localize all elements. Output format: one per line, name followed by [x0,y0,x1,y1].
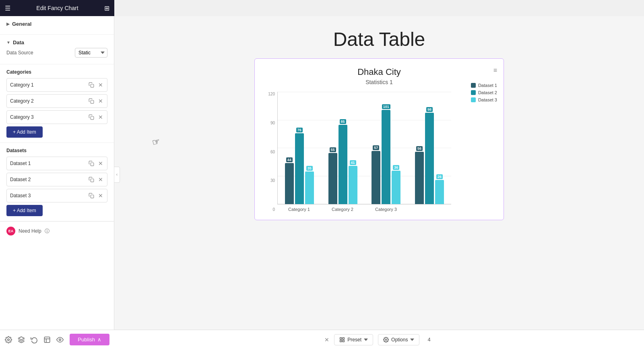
bar-cat4-ds2: 98 [425,113,434,204]
x-label-4 [408,204,451,212]
topbar-title: Edit Fancy Chart [36,5,78,11]
sidebar: ▶ General ▼ Data Data Source Static Dyna… [0,16,114,349]
preview-button[interactable] [56,336,64,343]
data-source-select[interactable]: Static Dynamic [75,48,107,58]
bar-value-cat2-ds3: 41 [350,160,356,165]
category-1-delete-button[interactable]: ✕ [97,81,104,89]
preset-button[interactable]: Preset [334,334,373,345]
dataset-item-1: Dataset 1 ✕ [6,157,107,170]
bar-value-cat1-ds3: 35 [306,166,313,171]
bar-cat3-ds1: 57 [372,151,380,204]
categories-add-item-button[interactable]: + Add Item [6,126,43,138]
general-section-header[interactable]: ▶ General [6,21,107,27]
dataset-3-actions: ✕ [88,192,104,200]
page-title: Data Table [114,16,644,58]
bar-cat3-ds3: 36 [392,171,400,204]
menu-icon[interactable]: ☰ [5,4,10,12]
category-group-2: 55 85 41 [321,125,365,204]
bar-value-cat2-ds2: 85 [340,119,346,124]
close-button[interactable]: ✕ [324,337,329,343]
category-3-delete-button[interactable]: ✕ [97,113,104,121]
dataset-3-delete-button[interactable]: ✕ [97,192,104,200]
category-2-actions: ✕ [88,97,104,105]
layout-button[interactable] [43,336,51,343]
help-avatar: EA [6,227,15,235]
chart-title: Dhaka City [263,67,495,77]
svg-rect-12 [343,340,345,342]
toolbar-icons [5,336,64,343]
bar-rect-cat2-ds1 [328,153,337,204]
bar-value-cat4-ds1: 56 [416,146,423,151]
bottom-toolbar: Publish ∧ [0,330,114,349]
dataset-item-2: Dataset 2 ✕ [6,173,107,186]
svg-rect-8 [44,337,50,343]
bar-chart-area: 44 76 35 [277,92,451,204]
bar-rect-cat1-ds3 [305,171,314,204]
bar-rect-cat4-ds1 [415,152,424,204]
category-item-1: Category 1 ✕ [6,78,107,92]
dataset-1-copy-button[interactable] [88,160,95,167]
y-label-120: 120 [263,92,275,96]
bar-value-cat4-ds2: 98 [426,107,433,112]
category-3-actions: ✕ [88,113,104,121]
data-section-header[interactable]: ▼ Data [6,39,107,45]
categories-section: Categories Category 1 ✕ Category 2 [0,64,114,143]
datasets-add-item-button[interactable]: + Add Item [6,205,43,216]
dataset-2-delete-button[interactable]: ✕ [97,176,104,184]
dataset-3-copy-button[interactable] [88,192,95,199]
svg-rect-10 [340,337,342,339]
topbar: ☰ Edit Fancy Chart ⊞ [0,0,114,16]
chart-box: Dhaka City Statistics 1 ≡ Dataset 1 Data… [254,58,504,220]
bar-cat3-ds2: 101 [382,110,390,204]
layers-button[interactable] [18,336,25,343]
category-3-copy-button[interactable] [88,114,95,121]
dataset-2-copy-button[interactable] [88,176,95,183]
bar-value-cat4-ds3: 26 [436,174,443,179]
chart-container: Dhaka City Statistics 1 ≡ Dataset 1 Data… [114,58,644,330]
category-1-actions: ✕ [88,81,104,89]
data-source-row: Data Source Static Dynamic [6,48,107,58]
svg-rect-5 [91,195,94,198]
category-2-copy-button[interactable] [88,97,95,105]
settings-button[interactable] [5,336,12,343]
legend-dot-1 [471,83,476,88]
chart-menu-icon[interactable]: ≡ [493,67,497,74]
category-1-copy-button[interactable] [88,81,95,89]
category-1-label: Category 1 [10,82,88,88]
datasets-label: Datasets [6,148,107,153]
data-arrow-icon: ▼ [6,40,10,45]
main-content: Data Table Dhaka City Statistics 1 ≡ Dat… [114,16,644,349]
legend-item-1: Dataset 1 [471,83,497,88]
svg-rect-0 [91,84,94,87]
svg-rect-3 [91,163,94,166]
categories-label: Categories [6,69,107,75]
sidebar-collapse-button[interactable]: ‹ [114,167,120,183]
data-section: ▼ Data Data Source Static Dynamic [0,35,114,64]
bar-cat4-ds3: 26 [435,180,444,204]
help-info-icon[interactable]: ⓘ [45,228,50,235]
svg-rect-2 [91,116,94,120]
category-2-label: Category 2 [10,98,88,104]
svg-point-14 [385,339,387,341]
svg-rect-1 [91,100,94,103]
bar-rect-cat3-ds2 [382,110,390,204]
bar-rect-cat4-ds3 [435,180,444,204]
category-2-delete-button[interactable]: ✕ [97,97,104,105]
options-button[interactable]: Options [378,334,419,345]
bar-rect-cat3-ds3 [392,171,400,204]
x-labels: Category 1 Category 2 Category 3 [277,204,451,212]
need-help-label[interactable]: Need Help [19,228,41,234]
data-label: Data [13,39,24,45]
dataset-1-delete-button[interactable]: ✕ [97,159,104,167]
bar-value-cat1-ds2: 76 [296,128,303,132]
grid-line-120 [278,92,451,92]
publish-button[interactable]: Publish ∧ [70,334,109,345]
bar-rect-cat1-ds2 [295,133,304,204]
bar-value-cat1-ds1: 44 [286,157,293,162]
y-label-30: 30 [263,178,275,183]
dataset-3-label: Dataset 3 [10,193,88,198]
svg-rect-13 [340,340,342,342]
grid-icon[interactable]: ⊞ [104,4,109,12]
y-label-60: 60 [263,150,275,154]
undo-button[interactable] [31,336,38,343]
